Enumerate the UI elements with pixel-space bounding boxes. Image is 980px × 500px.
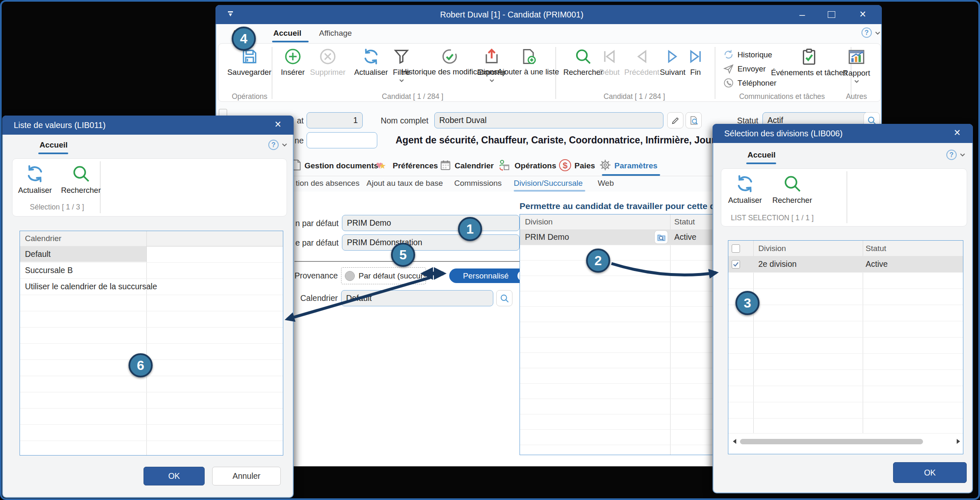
tab-preferences[interactable]: Préférences [393, 161, 438, 170]
column-header[interactable]: Statut [866, 244, 886, 253]
subtab-division-succursale[interactable]: Division/Succursale [514, 179, 583, 188]
provenance-option-default[interactable]: Par défaut (succursale) [341, 267, 426, 284]
empty-row[interactable] [728, 369, 963, 386]
empty-row[interactable] [728, 353, 963, 370]
cancel-button[interactable]: Annuler [212, 467, 281, 485]
empty-row[interactable] [520, 429, 715, 445]
empty-row[interactable] [520, 276, 715, 291]
ribbon-first-button[interactable]: Début [596, 47, 623, 77]
empty-row[interactable] [520, 383, 715, 399]
ok-button[interactable]: OK [893, 462, 967, 483]
empty-row[interactable] [520, 306, 715, 322]
empty-row[interactable] [520, 414, 715, 430]
empty-row[interactable] [20, 441, 283, 456]
empty-row[interactable] [20, 376, 283, 392]
ok-button[interactable]: OK [144, 467, 205, 485]
refresh-button[interactable]: Actualiser [722, 174, 768, 205]
empty-row[interactable] [728, 305, 963, 321]
calendar-search-button[interactable] [496, 290, 512, 306]
phone-field[interactable] [307, 132, 377, 148]
ribbon-events-tasks-button[interactable]: Événements et tâches [782, 47, 836, 77]
table-row[interactable]: Default [20, 246, 283, 263]
row-checkbox-checked[interactable] [732, 260, 740, 268]
help-icon[interactable]: ? [946, 150, 957, 160]
ribbon-delete-button[interactable]: Supprimer [309, 47, 347, 77]
ribbon-filter-button[interactable]: Filtre [388, 47, 415, 82]
provenance-toggle-custom[interactable]: Personnalisé [449, 268, 530, 283]
ribbon-add-to-list-button[interactable]: Ajouter à une liste [507, 47, 549, 76]
table-row[interactable]: 2e division Active [728, 256, 963, 273]
ribbon-send-button[interactable]: Envoyer [723, 63, 766, 74]
edit-name-button[interactable] [667, 112, 683, 128]
tab-operations[interactable]: Opérations [515, 161, 556, 170]
tab-calendrier[interactable]: Calendrier [455, 161, 494, 170]
empty-row[interactable] [520, 337, 715, 353]
empty-row[interactable] [728, 337, 963, 354]
search-button[interactable]: Rechercher [57, 164, 105, 195]
subtab-commissions[interactable]: Commissions [454, 179, 502, 188]
close-icon[interactable]: × [954, 127, 960, 138]
division-folder-search-button[interactable] [654, 230, 668, 244]
close-icon[interactable]: × [275, 119, 281, 130]
empty-row[interactable] [520, 260, 715, 276]
table-row[interactable]: PRIM Demo Active [520, 229, 715, 245]
empty-row[interactable] [20, 295, 283, 311]
empty-row[interactable] [520, 322, 715, 337]
table-row[interactable]: Utiliser le calendrier de la succursale [20, 278, 283, 295]
empty-row[interactable] [728, 418, 963, 433]
horizontal-scrollbar-thumb[interactable] [740, 439, 923, 444]
select-all-checkbox[interactable] [732, 244, 740, 253]
chevron-down-icon[interactable] [282, 143, 287, 147]
column-header[interactable]: Division [758, 244, 786, 253]
name-document-search-button[interactable] [686, 112, 702, 128]
empty-row[interactable] [20, 392, 283, 409]
maximize-button[interactable] [828, 11, 835, 18]
tab-accueil[interactable]: Accueil [747, 150, 776, 160]
ribbon-save-button[interactable]: Sauvegarder [225, 47, 273, 77]
scroll-left-icon[interactable] [732, 438, 737, 445]
empty-row[interactable] [20, 311, 283, 328]
calendar-field[interactable]: Default [341, 290, 493, 306]
minimize-button[interactable]: – [799, 9, 805, 20]
ribbon-export-button[interactable]: Exporter [475, 47, 508, 82]
empty-row[interactable] [20, 424, 283, 441]
column-header[interactable]: Division [520, 217, 553, 227]
chevron-down-icon[interactable] [875, 31, 881, 35]
empty-row[interactable] [520, 399, 715, 414]
tab-accueil[interactable]: Accueil [273, 29, 302, 38]
tab-affichage[interactable]: Affichage [319, 29, 352, 38]
tab-gestion-documents[interactable]: Gestion documents [304, 161, 378, 170]
ribbon-insert-button[interactable]: Insérer [277, 47, 309, 77]
column-header[interactable]: Calendrier [20, 234, 62, 243]
empty-row[interactable] [20, 408, 283, 425]
column-header[interactable]: Statut [674, 217, 695, 227]
subtab-absences-fragment[interactable]: tion des absences [296, 179, 359, 188]
empty-row[interactable] [520, 368, 715, 384]
help-icon[interactable]: ? [861, 27, 872, 38]
scroll-right-icon[interactable] [955, 438, 961, 445]
empty-row[interactable] [728, 402, 963, 419]
ribbon-report-button[interactable]: Rapport [838, 47, 875, 83]
division-field[interactable]: PRIM Demo [342, 215, 520, 231]
ribbon-history-modifications-button[interactable]: Historique des modifications [419, 47, 480, 76]
ribbon-refresh-button[interactable]: Actualiser [350, 47, 392, 77]
empty-row[interactable] [520, 352, 715, 368]
subtab-ajout-taux-base[interactable]: Ajout au taux de base [366, 179, 443, 188]
ribbon-next-button[interactable]: Suivant [656, 47, 689, 77]
close-button[interactable]: × [859, 9, 866, 20]
ribbon-history-button[interactable]: Historique [723, 49, 772, 60]
ribbon-phone-button[interactable]: Téléphoner [723, 77, 777, 89]
refresh-button[interactable]: Actualiser [12, 164, 58, 195]
empty-row[interactable] [20, 343, 283, 360]
empty-row[interactable] [728, 386, 963, 402]
chevron-down-icon[interactable] [960, 153, 965, 157]
empty-row[interactable] [728, 272, 963, 289]
ribbon-previous-button[interactable]: Précédent [622, 47, 662, 77]
empty-row[interactable] [728, 288, 963, 305]
subtab-web[interactable]: Web [598, 179, 614, 188]
search-button[interactable]: Rechercher [768, 174, 816, 205]
tab-accueil[interactable]: Accueil [40, 140, 68, 150]
branch-field[interactable]: PRIM Démonstration [342, 234, 520, 251]
empty-row[interactable] [520, 291, 715, 307]
name-field[interactable]: Robert Duval [434, 112, 663, 128]
